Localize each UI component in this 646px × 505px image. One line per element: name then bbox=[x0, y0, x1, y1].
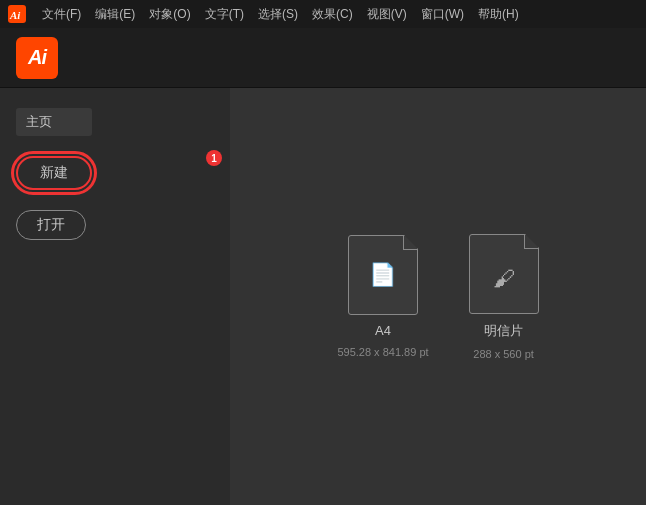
menu-item[interactable]: 对象(O) bbox=[143, 4, 196, 25]
brush-icon: 🖌 bbox=[493, 266, 515, 292]
new-badge: 1 bbox=[206, 150, 222, 166]
main-layout: 主页 新建 1 打开 📄 A4 595.28 x 841.89 pt 🖌 bbox=[0, 88, 646, 505]
header-bar: Ai bbox=[0, 28, 646, 88]
doc-icon: 📄 bbox=[369, 262, 396, 288]
content-area: 📄 A4 595.28 x 841.89 pt 🖌 明信片 288 x 560 … bbox=[230, 88, 646, 505]
titlebar-logo: Ai bbox=[8, 5, 26, 23]
template-name-a4: A4 bbox=[375, 323, 391, 338]
menu-bar: 文件(F)编辑(E)对象(O)文字(T)选择(S)效果(C)视图(V)窗口(W)… bbox=[36, 4, 525, 25]
open-button[interactable]: 打开 bbox=[16, 210, 86, 240]
menu-item[interactable]: 编辑(E) bbox=[89, 4, 141, 25]
new-button[interactable]: 新建 bbox=[16, 156, 92, 190]
sidebar: 主页 新建 1 打开 bbox=[0, 88, 230, 505]
title-bar: Ai 文件(F)编辑(E)对象(O)文字(T)选择(S)效果(C)视图(V)窗口… bbox=[0, 0, 646, 28]
template-icon-postcard: 🖌 bbox=[469, 234, 539, 314]
menu-item[interactable]: 选择(S) bbox=[252, 4, 304, 25]
home-label: 主页 bbox=[16, 108, 92, 136]
menu-item[interactable]: 效果(C) bbox=[306, 4, 359, 25]
template-item-postcard[interactable]: 🖌 明信片 288 x 560 pt bbox=[469, 234, 539, 360]
menu-item[interactable]: 视图(V) bbox=[361, 4, 413, 25]
new-button-wrapper: 新建 1 bbox=[16, 156, 214, 190]
template-size-a4: 595.28 x 841.89 pt bbox=[337, 346, 428, 358]
menu-item[interactable]: 帮助(H) bbox=[472, 4, 525, 25]
template-size-postcard: 288 x 560 pt bbox=[473, 348, 534, 360]
menu-item[interactable]: 文件(F) bbox=[36, 4, 87, 25]
template-item-a4[interactable]: 📄 A4 595.28 x 841.89 pt bbox=[337, 235, 428, 358]
svg-text:Ai: Ai bbox=[9, 9, 21, 21]
menu-item[interactable]: 窗口(W) bbox=[415, 4, 470, 25]
ai-logo: Ai bbox=[16, 37, 58, 79]
menu-item[interactable]: 文字(T) bbox=[199, 4, 250, 25]
template-name-postcard: 明信片 bbox=[484, 322, 523, 340]
template-icon-a4: 📄 bbox=[348, 235, 418, 315]
